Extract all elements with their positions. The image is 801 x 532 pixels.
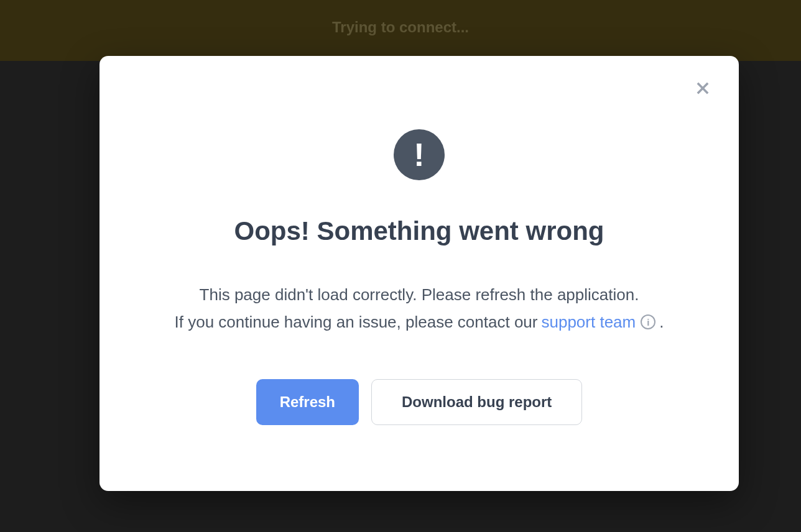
error-icon: ! bbox=[394, 129, 445, 180]
refresh-button[interactable]: Refresh bbox=[256, 379, 359, 425]
modal-button-row: Refresh Download bug report bbox=[256, 379, 583, 425]
close-button[interactable] bbox=[693, 78, 713, 98]
support-team-link[interactable]: support team bbox=[541, 308, 636, 336]
error-modal: ! Oops! Something went wrong This page d… bbox=[100, 56, 739, 491]
modal-body-line2-prefix: If you continue having an issue, please … bbox=[175, 308, 538, 336]
exclamation-icon: ! bbox=[414, 139, 424, 171]
modal-body-line2: If you continue having an issue, please … bbox=[175, 308, 664, 336]
info-icon[interactable]: i bbox=[641, 314, 655, 329]
modal-body-line1: This page didn't load correctly. Please … bbox=[175, 281, 664, 308]
modal-body-line2-suffix: . bbox=[659, 308, 664, 336]
modal-body: This page didn't load correctly. Please … bbox=[175, 281, 664, 336]
close-icon bbox=[694, 80, 711, 97]
modal-title: Oops! Something went wrong bbox=[234, 216, 604, 246]
download-bug-report-button[interactable]: Download bug report bbox=[371, 379, 582, 425]
